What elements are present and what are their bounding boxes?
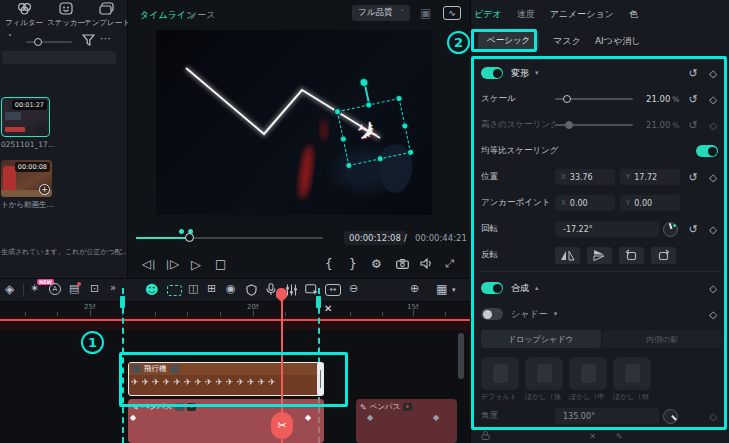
track-manager-icon[interactable]: ▦: [436, 283, 447, 295]
media-clip-1[interactable]: 00:01:27: [1, 97, 50, 137]
shadow-tab-drop[interactable]: ドロップシャドウ: [481, 330, 601, 348]
mic-icon[interactable]: [266, 283, 276, 298]
record-icon[interactable]: ◉: [226, 283, 236, 294]
compositing-keyframe-button[interactable]: ◇: [704, 283, 722, 294]
transform-keyframe-button[interactable]: ◇: [704, 68, 722, 79]
shadow-tab-inner[interactable]: 内側の影: [603, 330, 723, 348]
selection-handle-w[interactable]: [339, 134, 347, 142]
sort-dropdown[interactable]: ˅: [8, 35, 12, 43]
flip-horizontal-button[interactable]: [555, 247, 580, 264]
scale-value[interactable]: 21.00: [641, 94, 671, 104]
prev-frame-button[interactable]: ◁∣: [142, 257, 156, 271]
tab-speed[interactable]: 速度: [517, 8, 535, 21]
edit-pen-icon[interactable]: ✎: [616, 432, 623, 441]
next-frame-button[interactable]: ∣▷: [165, 257, 179, 271]
position-keyframe-button[interactable]: ◇: [704, 172, 722, 183]
uniform-scale-toggle[interactable]: [696, 145, 718, 157]
split-clip-button[interactable]: ✂: [271, 412, 293, 439]
subtab-basic[interactable]: ベーシック: [478, 32, 539, 50]
seek-marker-1[interactable]: [179, 229, 184, 234]
selection-handle-nw[interactable]: [333, 107, 341, 115]
multiview-icon[interactable]: ▣: [420, 7, 431, 19]
template-tool[interactable]: テンプレート: [84, 2, 128, 28]
track-manager-caret[interactable]: ▾: [452, 287, 456, 294]
transform-toggle[interactable]: [481, 67, 503, 79]
compositing-caret-icon[interactable]: ▴: [535, 284, 539, 292]
keyframe-diamond-1[interactable]: ◆: [130, 413, 136, 422]
scale-slider-handle[interactable]: [563, 95, 571, 103]
selection-guide-right-cap[interactable]: [316, 296, 321, 308]
scope-icon[interactable]: ∿: [443, 6, 461, 20]
mark-out-button[interactable]: }: [349, 257, 357, 271]
shadow-preset-default[interactable]: [481, 357, 519, 390]
tab-color[interactable]: 色: [629, 8, 638, 21]
sticker-tool[interactable]: ステッカー: [44, 2, 88, 28]
zoom-in-button[interactable]: ⊕: [410, 283, 419, 294]
timeline-clip-canvas-1[interactable]: ✎ ペンパス: [128, 399, 324, 443]
position-y-input[interactable]: Y17.72: [620, 169, 680, 185]
selection-guide-left-cap[interactable]: [120, 296, 125, 308]
seek-handle[interactable]: [185, 233, 194, 242]
keyframe-diamond-2[interactable]: ◆: [305, 413, 311, 422]
shadow-preset-blur-strong[interactable]: [525, 357, 563, 390]
keyframe-diamond-4[interactable]: ◆: [433, 413, 439, 422]
scale-reset-button[interactable]: ↺: [682, 93, 704, 106]
media-clip-2[interactable]: 00:00:08 +: [1, 160, 52, 197]
shadow-toggle[interactable]: [481, 308, 503, 320]
tab-source[interactable]: ソース: [188, 9, 215, 22]
compositing-toggle[interactable]: [481, 282, 503, 294]
ai-wand-button[interactable]: ✶NEW: [30, 283, 39, 294]
anchor-x-input[interactable]: X0.00: [555, 195, 615, 211]
close-selection-button[interactable]: ✕: [324, 303, 332, 314]
volume-button[interactable]: [420, 258, 433, 271]
speech-to-text-button[interactable]: ▤: [69, 283, 79, 294]
delete-icon[interactable]: ✕: [589, 432, 596, 441]
more-options[interactable]: ⋯: [100, 33, 111, 44]
zoom-out-button[interactable]: ⊖: [349, 283, 358, 294]
flip-vertical-button[interactable]: [587, 247, 612, 264]
subtab-ai-matte[interactable]: AIつや消し: [595, 35, 640, 48]
transition-icon[interactable]: ↔: [325, 284, 341, 296]
add-to-timeline-button[interactable]: +: [39, 184, 50, 195]
position-x-input[interactable]: X33.76: [555, 169, 615, 185]
rotate-ccw-button[interactable]: [619, 247, 644, 264]
lock-icon[interactable]: [481, 431, 490, 442]
transform-reset-button[interactable]: ↺: [682, 67, 704, 80]
selection-handle-n[interactable]: [364, 101, 372, 109]
shadow-caret-icon[interactable]: ▾: [554, 310, 558, 318]
ai-assistant-button[interactable]: ☻: [145, 282, 159, 297]
stop-button[interactable]: □: [215, 257, 226, 271]
fullscreen-button[interactable]: ⤢: [445, 257, 454, 270]
transform-caret-icon[interactable]: ▾: [535, 69, 539, 77]
anchor-y-input[interactable]: Y0.00: [620, 195, 680, 211]
audio-denoise-icon[interactable]: A: [49, 283, 61, 295]
scale-keyframe-button[interactable]: ◇: [704, 94, 722, 105]
timeline-scrollbar[interactable]: [458, 333, 464, 379]
playback-settings-button[interactable]: ⚙: [371, 257, 382, 271]
keyframe-diamond-3[interactable]: ◆: [367, 413, 373, 422]
thumbnail-size-slider[interactable]: [26, 41, 72, 43]
rotation-dial[interactable]: [663, 222, 678, 237]
shadow-preset-blur-medium[interactable]: [569, 357, 607, 390]
tab-animation[interactable]: アニメーション: [550, 8, 614, 21]
position-reset-button[interactable]: ↺: [682, 171, 704, 184]
export-clip-icon[interactable]: ⊡: [90, 283, 99, 294]
filter-tool[interactable]: フィルター: [2, 2, 46, 28]
marquee-select-button[interactable]: [167, 285, 182, 296]
timeline-ruler[interactable]: 25f 20f 15f: [0, 302, 470, 316]
tab-timeline[interactable]: タイムライン: [140, 9, 195, 22]
subtab-mask[interactable]: マスク: [553, 35, 581, 48]
rotation-keyframe-button[interactable]: ◇: [704, 224, 722, 235]
rotation-reset-button[interactable]: ↺: [682, 223, 704, 236]
search-input[interactable]: [2, 51, 116, 64]
shield-icon[interactable]: [246, 284, 257, 298]
timeline-clip-airplane[interactable]: 飛行機 ✈✈✈✈✈✈✈✈✈✈✈✈✈✈: [128, 362, 322, 396]
clip-trim-handle[interactable]: [317, 362, 324, 396]
shadow-preset-blur-weak[interactable]: [613, 357, 651, 390]
keyframe-tools-icon[interactable]: ◈: [5, 283, 14, 295]
tab-video[interactable]: ビデオ: [474, 8, 502, 21]
thumbnail-size-handle[interactable]: [34, 38, 42, 46]
add-clip-icon[interactable]: ⊞: [207, 283, 216, 294]
scale-slider[interactable]: [555, 98, 633, 100]
play-button[interactable]: ▷: [191, 257, 201, 272]
